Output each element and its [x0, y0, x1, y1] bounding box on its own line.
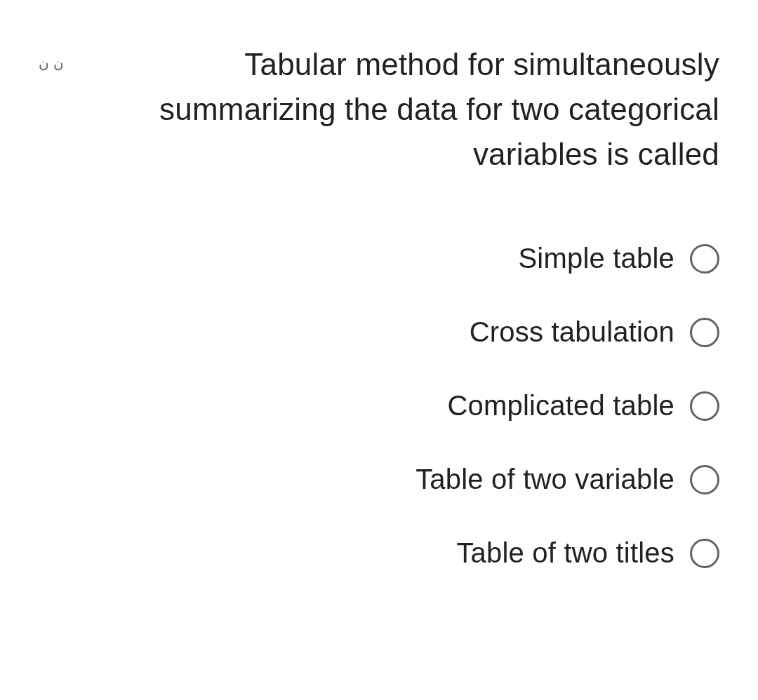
- radio-icon: [690, 391, 719, 421]
- option-table-two-variable[interactable]: Table of two variable: [415, 464, 719, 495]
- option-label: Table of two variable: [415, 464, 674, 495]
- option-label: Complicated table: [447, 390, 674, 422]
- corner-annotation: ن ن: [39, 42, 64, 72]
- radio-icon: [690, 318, 719, 347]
- option-complicated-table[interactable]: Complicated table: [447, 390, 719, 422]
- options-container: Simple table Cross tabulation Complicate…: [39, 243, 719, 569]
- header-row: ن ن Tabular method for simultaneously su…: [39, 42, 719, 176]
- option-label: Simple table: [518, 243, 674, 274]
- option-label: Table of two titles: [456, 537, 674, 569]
- option-simple-table[interactable]: Simple table: [518, 243, 719, 274]
- question-text: Tabular method for simultaneously summar…: [64, 42, 719, 176]
- radio-icon: [690, 465, 719, 494]
- option-cross-tabulation[interactable]: Cross tabulation: [470, 316, 719, 348]
- radio-icon: [690, 539, 719, 568]
- option-label: Cross tabulation: [470, 316, 674, 348]
- option-table-two-titles[interactable]: Table of two titles: [456, 537, 719, 569]
- radio-icon: [690, 244, 719, 274]
